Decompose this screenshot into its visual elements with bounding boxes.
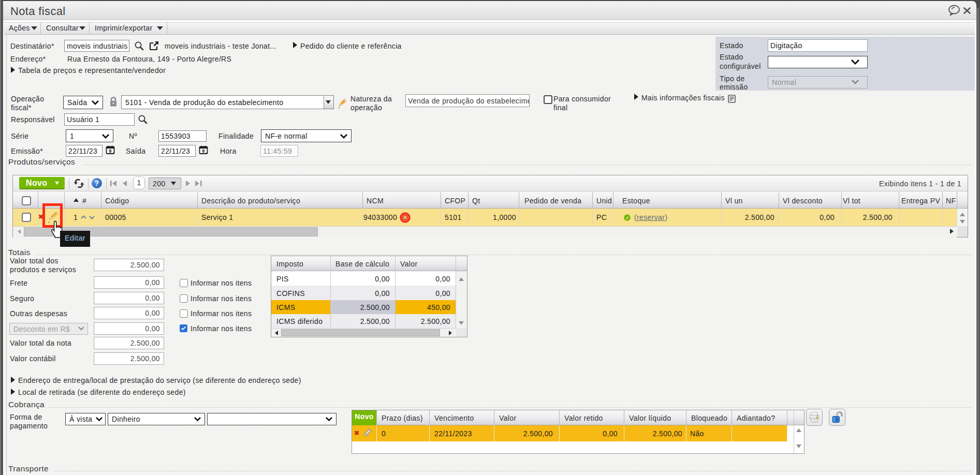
svg-text:8: 8 [202, 148, 205, 154]
svg-text:8: 8 [109, 148, 112, 154]
